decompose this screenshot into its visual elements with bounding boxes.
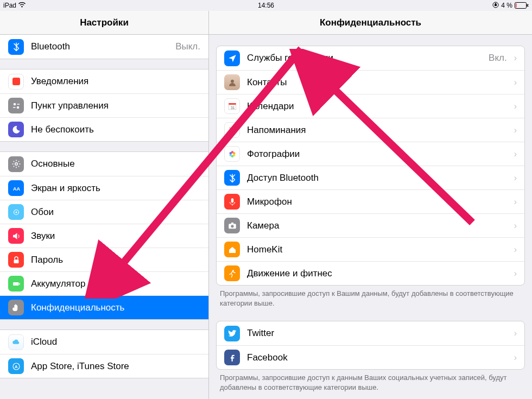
privacy-item-bluetooth-sharing[interactable]: Доступ Bluetooth › (217, 166, 524, 189)
sounds-icon (8, 228, 24, 244)
wallpaper-icon (8, 204, 24, 220)
chevron-right-icon: › (514, 221, 517, 231)
location-icon (224, 50, 240, 66)
label: Основные (31, 159, 200, 169)
gear-icon (8, 156, 24, 172)
battery-icon (515, 2, 529, 9)
chevron-right-icon: › (514, 78, 517, 87)
chevron-right-icon: › (514, 53, 517, 63)
svg-rect-1 (515, 3, 527, 9)
cloud-icon (8, 334, 24, 350)
label: Экран и яркость (31, 183, 200, 194)
privacy-item-photos[interactable]: Фотографии › (217, 142, 524, 166)
lock-icon (8, 252, 24, 268)
svg-rect-29 (231, 198, 233, 202)
svg-rect-32 (231, 223, 233, 224)
label: App Store, iTunes Store (31, 361, 200, 372)
privacy-item-microphone[interactable]: Микрофон › (217, 189, 524, 213)
svg-rect-4 (12, 78, 20, 85)
chevron-right-icon: › (514, 149, 517, 159)
sidebar-item-passcode[interactable]: Пароль (0, 248, 208, 271)
privacy-item-facebook[interactable]: Facebook › (217, 345, 524, 369)
battery-label: 4 % (501, 2, 512, 9)
sidebar-title: Настройки (0, 11, 208, 35)
svg-rect-17 (229, 103, 236, 105)
chevron-right-icon: › (514, 102, 517, 111)
calendar-icon: 31 (224, 98, 240, 114)
chevron-right-icon: › (514, 328, 517, 338)
sidebar-item-icloud[interactable]: iCloud (0, 330, 208, 354)
group-footer-1: Программы, запросившие доступ к Вашим да… (209, 286, 532, 310)
label: Не беспокоить (31, 124, 200, 135)
chevron-right-icon: › (514, 125, 517, 135)
settings-sidebar: Настройки Bluetooth Выкл. Уведомления (0, 11, 209, 399)
label: Обои (31, 207, 200, 218)
label: Аккумулятор (31, 278, 200, 289)
chevron-right-icon: › (514, 353, 517, 363)
sidebar-item-notifications[interactable]: Уведомления (0, 69, 208, 93)
sidebar-item-privacy[interactable]: Конфиденциальность (0, 295, 208, 319)
sidebar-item-battery[interactable]: Аккумулятор (0, 271, 208, 295)
svg-text:AA: AA (13, 186, 20, 191)
svg-text:31: 31 (231, 105, 235, 109)
sidebar-item-bluetooth[interactable]: Bluetooth Выкл. (0, 35, 208, 59)
svg-text:A: A (15, 364, 18, 369)
control-center-icon (8, 98, 24, 113)
privacy-item-motion[interactable]: Движение и фитнес › (217, 261, 524, 285)
clock: 14:56 (258, 2, 274, 9)
bluetooth-icon (8, 39, 24, 55)
sidebar-item-dnd[interactable]: Не беспокоить (0, 117, 208, 141)
label: Facebook (247, 352, 507, 363)
bluetooth-icon (224, 170, 240, 186)
svg-rect-2 (527, 4, 528, 7)
motion-icon (224, 265, 240, 281)
label: Микрофон (247, 197, 507, 207)
privacy-item-reminders[interactable]: Напоминания › (217, 118, 524, 142)
privacy-item-calendars[interactable]: 31 Календари › (217, 94, 524, 118)
value: Выкл. (175, 41, 200, 52)
svg-rect-12 (13, 282, 19, 286)
label: HomeKit (247, 244, 507, 255)
privacy-item-location[interactable]: Службы геолокации Вкл. › (217, 46, 524, 70)
label: Доступ Bluetooth (247, 173, 507, 183)
label: Движение и фитнес (247, 268, 507, 279)
privacy-item-homekit[interactable]: HomeKit › (217, 237, 524, 261)
svg-point-22 (229, 132, 230, 133)
facebook-icon (224, 350, 240, 365)
chevron-right-icon: › (514, 173, 517, 183)
hand-icon (8, 300, 24, 315)
svg-point-21 (229, 129, 230, 130)
moon-icon (8, 122, 24, 137)
twitter-icon (224, 326, 240, 341)
notifications-icon (8, 74, 24, 90)
chevron-right-icon: › (514, 197, 517, 207)
label: Пункт управления (31, 100, 200, 111)
svg-point-28 (229, 151, 232, 154)
label: Конфиденциальность (31, 302, 200, 313)
label: iCloud (31, 337, 200, 347)
reminders-icon (224, 122, 240, 138)
device-label: iPad (3, 2, 16, 9)
svg-point-5 (13, 103, 16, 105)
sidebar-item-general[interactable]: Основные (0, 152, 208, 176)
sidebar-item-display[interactable]: AA Экран и яркость (0, 176, 208, 200)
value: Вкл. (489, 53, 507, 64)
sidebar-item-control-center[interactable]: Пункт управления (0, 93, 208, 117)
contacts-icon (224, 74, 240, 90)
wifi-icon (18, 2, 26, 9)
label: Пароль (31, 255, 200, 265)
detail-pane: Конфиденциальность Службы геолокации Вкл… (209, 11, 532, 399)
privacy-item-contacts[interactable]: Контакты › (217, 70, 524, 94)
orientation-lock-icon (492, 2, 499, 10)
label: Камера (247, 220, 507, 231)
sidebar-item-sounds[interactable]: Звуки (0, 224, 208, 248)
privacy-item-camera[interactable]: Камера › (217, 213, 524, 237)
svg-point-6 (16, 106, 19, 109)
chevron-right-icon: › (514, 245, 517, 255)
sidebar-item-appstore[interactable]: A App Store, iTunes Store (0, 354, 208, 378)
sidebar-item-wallpaper[interactable]: Обои (0, 200, 208, 224)
label: Bluetooth (31, 41, 168, 52)
privacy-item-twitter[interactable]: Twitter › (217, 321, 524, 345)
photos-icon (224, 146, 240, 162)
label: Twitter (247, 328, 507, 339)
